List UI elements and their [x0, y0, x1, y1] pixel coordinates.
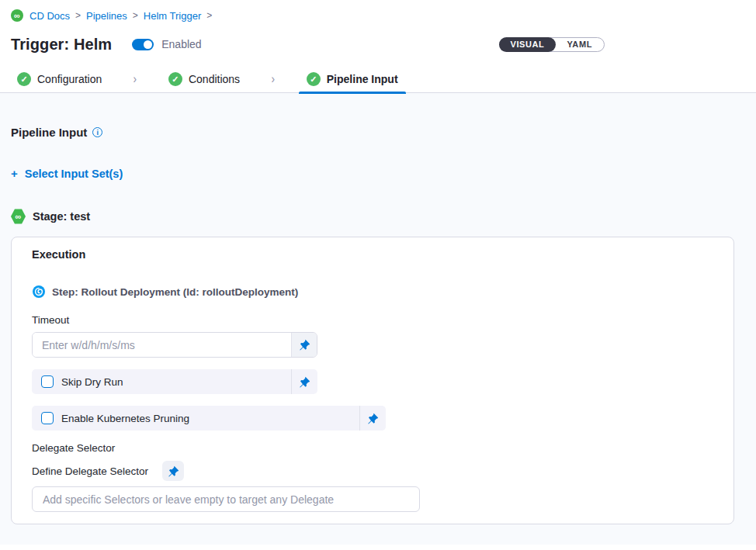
tab-configuration[interactable]: ✓ Configuration: [9, 66, 109, 93]
tab-label: Pipeline Input: [327, 73, 398, 85]
section-title: Pipeline Input: [11, 126, 87, 139]
pin-icon[interactable]: [162, 461, 184, 481]
page-title: Trigger: Helm: [11, 36, 112, 54]
plus-icon: +: [11, 167, 18, 180]
tab-conditions[interactable]: ✓ Conditions: [161, 66, 248, 93]
tab-pipeline-input[interactable]: ✓ Pipeline Input: [299, 66, 406, 93]
stage-row[interactable]: ∞ Stage: test: [11, 209, 90, 224]
stage-label: Stage: test: [33, 210, 90, 223]
checkbox-label: Enable Kubernetes Pruning: [61, 413, 189, 424]
chevron-right-icon: ›: [272, 71, 276, 87]
harness-logo-icon: ∞: [11, 9, 23, 22]
timeout-input[interactable]: [33, 333, 291, 357]
timeout-field-group: [32, 332, 317, 358]
tab-label: Configuration: [37, 73, 102, 85]
breadcrumb-cd-docs[interactable]: CD Docs: [29, 10, 70, 22]
select-input-sets-link[interactable]: + Select Input Set(s): [11, 167, 123, 180]
wizard-tabbar: ✓ Configuration › ✓ Conditions › ✓ Pipel…: [0, 66, 756, 93]
skip-dry-run-checkbox[interactable]: [41, 375, 54, 388]
skip-dry-run-row: Skip Dry Run: [32, 369, 317, 394]
chevron-right-icon: ›: [134, 71, 137, 87]
select-input-sets-label: Select Input Set(s): [25, 168, 123, 180]
timeout-label: Timeout: [32, 314, 713, 326]
enable-kubernetes-pruning-checkbox[interactable]: [41, 412, 54, 424]
pin-icon[interactable]: [291, 333, 317, 357]
info-icon[interactable]: i: [92, 127, 102, 137]
enabled-toggle[interactable]: [132, 39, 154, 50]
delegate-selector-label: Delegate Selector: [32, 442, 713, 454]
check-icon: ✓: [17, 72, 31, 86]
breadcrumb-separator: >: [206, 10, 212, 21]
title-row: Trigger: Helm Enabled VISUAL YAML: [11, 33, 745, 56]
page-header: ∞ CD Docs > Pipelines > Helm Trigger > T…: [0, 0, 756, 56]
enable-kubernetes-pruning-row: Enable Kubernetes Pruning: [32, 406, 386, 431]
define-delegate-label: Define Delegate Selector: [32, 465, 148, 477]
step-row: Step: Rollout Deployment (Id: rolloutDep…: [32, 285, 713, 299]
pin-icon[interactable]: [292, 376, 317, 388]
breadcrumb-pipelines[interactable]: Pipelines: [86, 10, 127, 22]
check-icon: ✓: [307, 72, 321, 86]
cd-stage-icon: ∞: [11, 209, 26, 224]
delegate-selector-input[interactable]: [32, 486, 420, 512]
define-delegate-row: Define Delegate Selector: [32, 461, 713, 481]
execution-title: Execution: [32, 248, 713, 261]
yaml-toggle-button[interactable]: YAML: [555, 37, 604, 52]
visual-yaml-switch: VISUAL YAML: [499, 37, 605, 52]
breadcrumb-helm-trigger[interactable]: Helm Trigger: [144, 10, 201, 22]
breadcrumb-separator: >: [133, 10, 138, 21]
enabled-label: Enabled: [161, 38, 201, 50]
visual-toggle-button[interactable]: VISUAL: [499, 37, 557, 52]
execution-card: Execution Step: Rollout Deployment (Id: …: [11, 237, 734, 524]
check-icon: ✓: [168, 72, 182, 86]
breadcrumb-separator: >: [75, 10, 81, 21]
toggle-knob: [144, 40, 152, 49]
step-label: Step: Rollout Deployment (Id: rolloutDep…: [52, 286, 298, 298]
rollout-step-icon: [32, 285, 46, 299]
pipeline-input-panel: Pipeline Input i + Select Input Set(s) ∞…: [0, 93, 756, 545]
checkbox-label: Skip Dry Run: [61, 376, 123, 388]
breadcrumb: ∞ CD Docs > Pipelines > Helm Trigger >: [11, 8, 745, 23]
tab-label: Conditions: [189, 73, 240, 85]
pin-icon[interactable]: [360, 413, 386, 424]
section-head: Pipeline Input i: [11, 126, 745, 139]
